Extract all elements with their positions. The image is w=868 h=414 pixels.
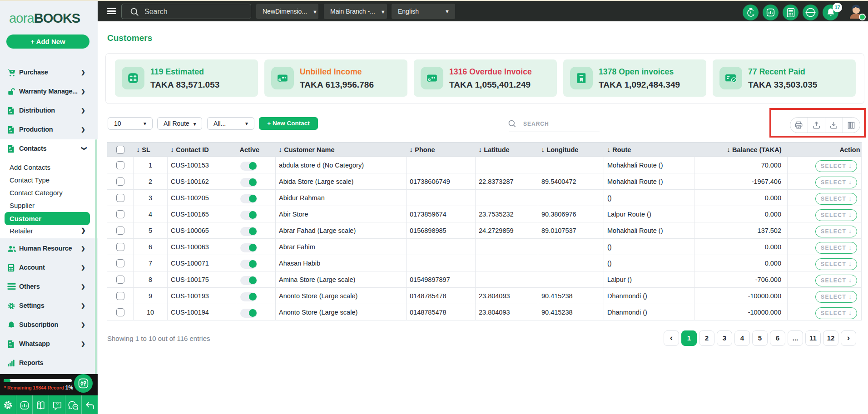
svg-text:?: ? xyxy=(56,402,59,407)
